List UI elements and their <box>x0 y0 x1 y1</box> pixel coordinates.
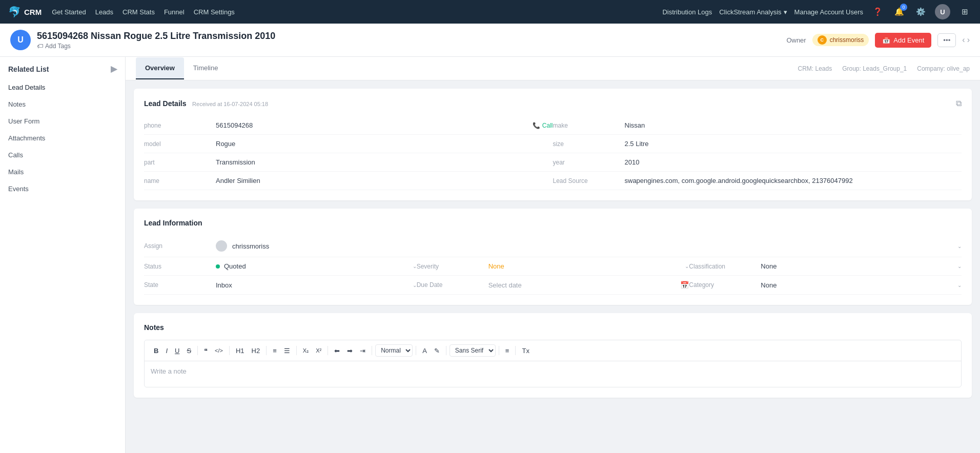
toolbar-sep-5 <box>328 346 328 355</box>
state-row: State Inbox ⌄ <box>144 276 417 295</box>
nav-distribution-logs[interactable]: Distribution Logs <box>662 8 712 16</box>
bold-button[interactable]: B <box>151 345 161 357</box>
make-value: Nissan <box>625 121 962 129</box>
severity-row: Severity None ⌄ <box>417 257 689 276</box>
lead-info-header: Lead Information <box>144 219 962 227</box>
nav-funnel[interactable]: Funnel <box>164 8 185 16</box>
settings-icon[interactable]: ⚙️ <box>913 5 928 19</box>
sidebar-title: Related List <box>8 65 49 73</box>
model-label: model <box>144 140 216 148</box>
blockquote-button[interactable]: ❝ <box>201 345 211 357</box>
category-dropdown-icon[interactable]: ⌄ <box>957 282 962 288</box>
notification-badge: 0 <box>900 4 907 11</box>
text-align-button[interactable]: ≡ <box>502 345 513 357</box>
brand-name: CRM <box>24 8 42 16</box>
brand-logo[interactable]: 🐬 CRM <box>8 6 42 18</box>
notifications-icon[interactable]: 🔔 0 <box>892 5 906 19</box>
phone-value: 5615094268 <box>216 121 528 129</box>
lead-details-title-group: Lead Details Received at 16-07-2024 05:1… <box>144 99 268 108</box>
sidebar-item-attachments[interactable]: Attachments <box>0 130 125 147</box>
severity-dropdown-icon[interactable]: ⌄ <box>685 263 689 269</box>
notes-editor[interactable]: Write a note <box>145 361 961 387</box>
nav-crm-stats[interactable]: CRM Stats <box>122 8 155 16</box>
sidebar-header: Related List ▶ <box>0 57 125 79</box>
tabs-bar: Overview Timeline CRM: Leads Group: Lead… <box>126 57 980 80</box>
toolbar-sep-6 <box>372 346 372 355</box>
heading-select[interactable]: Normal <box>375 344 413 357</box>
code-button[interactable]: </> <box>212 345 226 356</box>
next-arrow[interactable]: › <box>967 35 970 45</box>
classification-label: Classification <box>689 263 761 270</box>
highlight-button[interactable]: ✎ <box>431 345 443 357</box>
more-options-button[interactable]: ••• <box>937 33 956 47</box>
sidebar-item-lead-details[interactable]: Lead Details <box>0 79 125 96</box>
assign-avatar <box>216 240 227 252</box>
grid-icon[interactable]: ⊞ <box>957 5 972 19</box>
phone-icon: 📞 <box>533 122 540 129</box>
category-label: Category <box>689 281 761 289</box>
sidebar-item-mails[interactable]: Mails <box>0 163 125 180</box>
strikethrough-button[interactable]: S <box>183 345 194 357</box>
owner-name: chrissmoriss <box>830 36 864 44</box>
lead-source-label: Lead Source <box>553 177 625 184</box>
unordered-list-button[interactable]: ☰ <box>281 345 293 357</box>
h1-button[interactable]: H1 <box>233 345 248 357</box>
user-avatar[interactable]: U <box>935 4 950 19</box>
due-date-calendar-icon[interactable]: 📅 <box>680 281 689 289</box>
sidebar-item-notes[interactable]: Notes <box>0 96 125 113</box>
h2-button[interactable]: H2 <box>249 345 263 357</box>
help-icon[interactable]: ❓ <box>870 5 885 19</box>
nav-leads[interactable]: Leads <box>95 8 113 16</box>
classification-dropdown-icon[interactable]: ⌄ <box>957 263 962 269</box>
add-event-button[interactable]: 📅 Add Event <box>875 33 931 48</box>
nav-get-started[interactable]: Get Started <box>52 8 86 16</box>
tab-timeline[interactable]: Timeline <box>184 57 228 79</box>
state-dropdown-icon[interactable]: ⌄ <box>413 282 417 288</box>
status-row-group: Status Quoted ⌄ Severity None ⌄ Classif <box>144 257 962 276</box>
owner-badge: C chrissmoriss <box>812 34 869 46</box>
font-select[interactable]: Sans Serif <box>450 344 496 357</box>
category-value: None <box>761 281 955 289</box>
sidebar-item-user-form[interactable]: User Form <box>0 113 125 130</box>
ordered-list-button[interactable]: ≡ <box>270 345 280 357</box>
part-value: Transmission <box>216 158 553 166</box>
sidebar-item-events[interactable]: Events <box>0 180 125 197</box>
nav-crm-settings[interactable]: CRM Settings <box>194 8 235 16</box>
toolbar-sep-2 <box>229 346 230 355</box>
font-color-button[interactable]: A <box>419 345 430 357</box>
copy-icon[interactable]: ⧉ <box>956 99 962 108</box>
nav-clickstream[interactable]: ClickStream Analysis ▾ <box>719 8 787 16</box>
align-right-button[interactable]: ➡ <box>344 345 356 357</box>
status-dropdown-icon[interactable]: ⌄ <box>413 263 417 269</box>
underline-button[interactable]: U <box>172 345 182 357</box>
clear-format-button[interactable]: Tx <box>519 345 532 357</box>
toolbar-sep-8 <box>446 346 446 355</box>
status-value-group: Quoted ⌄ <box>216 262 417 270</box>
category-row: Category None ⌄ <box>689 276 962 295</box>
status-row: Status Quoted ⌄ <box>144 257 417 276</box>
classification-row: Classification None ⌄ <box>689 257 962 276</box>
lead-details-card-header: Lead Details Received at 16-07-2024 05:1… <box>144 99 962 108</box>
indent-button[interactable]: ⇥ <box>357 345 369 357</box>
italic-button[interactable]: I <box>162 345 171 357</box>
align-left-button[interactable]: ⬅ <box>331 345 343 357</box>
tag-icon: 🏷 <box>37 43 43 50</box>
nav-manage-users[interactable]: Manage Account Users <box>794 8 863 16</box>
call-button[interactable]: 📞 Call <box>533 122 553 129</box>
add-tags-button[interactable]: 🏷 Add Tags <box>37 43 275 50</box>
assign-row: Assign chrissmoriss ⌄ <box>144 235 962 257</box>
sidebar-toggle-icon[interactable]: ▶ <box>111 64 117 74</box>
lead-title-section: 5615094268 Nissan Rogue 2.5 Litre Transm… <box>37 31 275 50</box>
due-date-value-group: Select date 📅 <box>488 281 689 289</box>
prev-arrow[interactable]: ‹ <box>962 35 965 45</box>
state-value-group: Inbox ⌄ <box>216 281 417 289</box>
superscript-button[interactable]: X² <box>313 345 324 356</box>
subscript-button[interactable]: X₂ <box>300 345 312 356</box>
due-date-placeholder[interactable]: Select date <box>488 281 679 289</box>
assign-dropdown-icon[interactable]: ⌄ <box>957 243 962 249</box>
lead-details-card-subtitle: Received at 16-07-2024 05:18 <box>192 101 268 107</box>
tab-overview[interactable]: Overview <box>136 57 184 79</box>
sidebar-item-calls[interactable]: Calls <box>0 147 125 163</box>
crm-icon: 🐬 <box>8 6 21 18</box>
toolbar-sep-9 <box>499 346 499 355</box>
